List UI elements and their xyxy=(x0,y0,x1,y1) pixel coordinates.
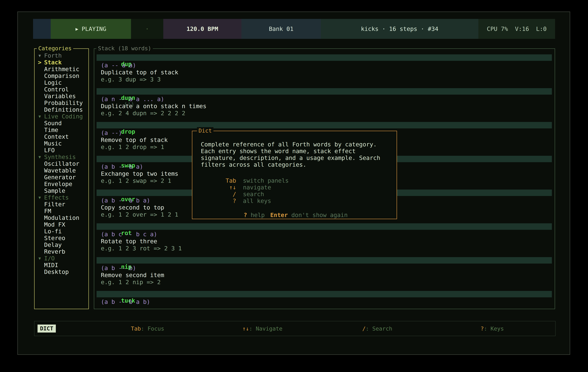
word-example: e.g. 1 2 3 rot => 2 3 1 xyxy=(96,245,552,252)
categories-panel: Categories ▼ Forth > Stack Arithmetic Co… xyxy=(34,48,89,309)
sidebar-category-item[interactable]: Sample xyxy=(35,187,88,194)
sidebar-item-label: Live Coding xyxy=(44,113,83,120)
tree-marker-icon xyxy=(35,235,44,241)
stats-value: CPU 7% V:16 L:0 xyxy=(487,26,547,32)
sidebar-category-item[interactable]: ▼ Effects xyxy=(35,194,88,201)
word-signature: (a b -- b) xyxy=(96,264,552,271)
word-entry[interactable]: tuck (a b -- b a b) xyxy=(96,291,552,305)
sidebar-category-item[interactable]: Oscillator xyxy=(35,160,88,167)
bank-value: Bank 01 xyxy=(269,26,293,32)
dialog-shortcut-row: ? all keys xyxy=(201,198,390,204)
sidebar-category-item[interactable]: > Stack xyxy=(35,59,88,66)
status-hint: ↑↓: Navigate xyxy=(198,319,313,338)
tree-marker-icon xyxy=(35,221,44,228)
sidebar-category-item[interactable]: Lo-fi xyxy=(35,228,88,235)
sidebar-item-label: LFO xyxy=(44,147,55,154)
bpm-display: 120.0 BPM xyxy=(163,19,242,39)
word-entry-header[interactable]: tuck xyxy=(96,291,552,297)
sidebar-item-label: Stack xyxy=(44,59,62,66)
sidebar-item-label: Comparison xyxy=(44,72,79,79)
sidebar-category-item[interactable]: Definitions xyxy=(35,106,88,113)
sidebar-category-item[interactable]: ▼ I/O xyxy=(35,255,88,262)
tree-marker-icon xyxy=(35,127,44,133)
transport-label: PLAYING xyxy=(82,26,106,32)
sidebar-category-item[interactable]: Delay xyxy=(35,241,88,248)
tree-marker-icon xyxy=(35,241,44,248)
sidebar-item-label: Sound xyxy=(44,120,62,127)
shortcut-action: all keys xyxy=(243,198,271,204)
tree-marker-icon xyxy=(35,120,44,127)
tree-marker-icon xyxy=(35,140,44,147)
sidebar-category-item[interactable]: MIDI xyxy=(35,262,88,269)
transport-status[interactable]: ▶ PLAYING xyxy=(51,19,131,39)
shortcut-key: ↑↓ xyxy=(201,184,236,191)
dialog-shortcut-list: Tab switch panels ↑↓ navigate / search ?… xyxy=(201,177,390,204)
sidebar-category-item[interactable]: Filter xyxy=(35,201,88,208)
sidebar-category-item[interactable]: Desktop xyxy=(35,269,88,275)
sidebar-category-item[interactable]: Probability xyxy=(35,100,88,106)
dialog-shortcut-row: ↑↓ navigate xyxy=(201,184,390,191)
sidebar-category-item[interactable]: Wavetable xyxy=(35,167,88,174)
top-bar-lead-block xyxy=(33,19,51,39)
sidebar-category-item[interactable]: Music xyxy=(35,140,88,147)
sidebar-item-label: MIDI xyxy=(44,262,58,269)
tree-marker-icon xyxy=(35,248,44,255)
sidebar-category-item[interactable]: LFO xyxy=(35,147,88,154)
sidebar-category-item[interactable]: Modulation xyxy=(35,214,88,221)
tree-marker-icon xyxy=(35,66,44,72)
status-hint: Tab: Focus xyxy=(84,319,198,338)
category-tree: ▼ Forth > Stack Arithmetic Comparison Lo… xyxy=(35,52,88,308)
word-entry-header[interactable]: dup xyxy=(96,54,552,61)
sidebar-item-label: Stereo xyxy=(44,235,65,241)
word-entry[interactable]: dupn (!) (a n -- a a ... a) Duplicate a … xyxy=(96,88,552,117)
tree-marker-icon xyxy=(35,201,44,208)
word-entry-header[interactable]: drop xyxy=(96,122,552,128)
sidebar-category-item[interactable]: Logic xyxy=(35,79,88,86)
sidebar-category-item[interactable]: Control xyxy=(35,86,88,93)
status-hint-label: : Focus xyxy=(141,325,164,332)
sidebar-item-label: Sample xyxy=(44,187,65,194)
sidebar-category-item[interactable]: Sound xyxy=(35,120,88,127)
dialog-body: Complete reference of all Forth words by… xyxy=(192,131,397,219)
bank-display: Bank 01 xyxy=(242,19,321,39)
sidebar-category-item[interactable]: ▼ Synthesis xyxy=(35,154,88,160)
sidebar-category-item[interactable]: Envelope xyxy=(35,181,88,187)
tree-marker-icon xyxy=(35,106,44,113)
sidebar-item-label: Definitions xyxy=(44,106,83,113)
sidebar-item-label: Variables xyxy=(44,93,76,100)
dialog-footer-pair: Enter don't show again xyxy=(270,212,347,218)
sidebar-category-item[interactable]: Variables xyxy=(35,93,88,100)
sidebar-item-label: Oscillator xyxy=(44,160,79,167)
sidebar-category-item[interactable]: Reverb xyxy=(35,248,88,255)
word-entry-header[interactable]: rot xyxy=(96,223,552,230)
sidebar-item-label: Arithmetic xyxy=(44,66,79,72)
dialog-footer-key: Enter xyxy=(270,212,288,218)
collapse-triangle-icon: ▼ xyxy=(35,113,44,120)
word-entry-header[interactable]: nip xyxy=(96,257,552,263)
word-entry[interactable]: nip (a b -- b) Remove second item e.g. 1… xyxy=(96,257,552,286)
shortcut-action: switch panels xyxy=(243,177,289,184)
word-entry-header[interactable]: dupn (!) xyxy=(96,88,552,95)
sidebar-category-item[interactable]: Time xyxy=(35,127,88,133)
sidebar-category-item[interactable]: Comparison xyxy=(35,72,88,79)
sidebar-category-item[interactable]: Mod FX xyxy=(35,221,88,228)
shortcut-action: navigate xyxy=(243,184,271,191)
word-signature: (a n -- a a ... a) xyxy=(96,96,552,103)
sidebar-category-item[interactable]: Context xyxy=(35,133,88,140)
sidebar-category-item[interactable]: Stereo xyxy=(35,235,88,241)
word-entry[interactable]: rot (a b c -- b c a) Rotate top three e.… xyxy=(96,223,552,252)
tree-marker-icon xyxy=(35,228,44,235)
status-hint-key: ↑↓ xyxy=(242,325,249,332)
sidebar-category-item[interactable]: Arithmetic xyxy=(35,66,88,72)
word-entry[interactable]: dup (a -- a a) Duplicate top of stack e.… xyxy=(96,54,552,83)
sidebar-category-item[interactable]: ▼ Forth xyxy=(35,52,88,59)
app-window: ▶ PLAYING · 120.0 BPM Bank 01 kicks · 16… xyxy=(17,11,570,355)
sidebar-item-label: Time xyxy=(44,127,58,133)
sidebar-item-label: Reverb xyxy=(44,248,65,255)
sidebar-category-item[interactable]: FM xyxy=(35,208,88,214)
sidebar-item-label: Filter xyxy=(44,201,65,208)
sidebar-category-item[interactable]: Generator xyxy=(35,174,88,181)
word-example: e.g. 3 dup => 3 3 xyxy=(96,76,552,83)
sidebar-category-item[interactable]: ▼ Live Coding xyxy=(35,113,88,120)
sidebar-item-label: Control xyxy=(44,86,69,93)
